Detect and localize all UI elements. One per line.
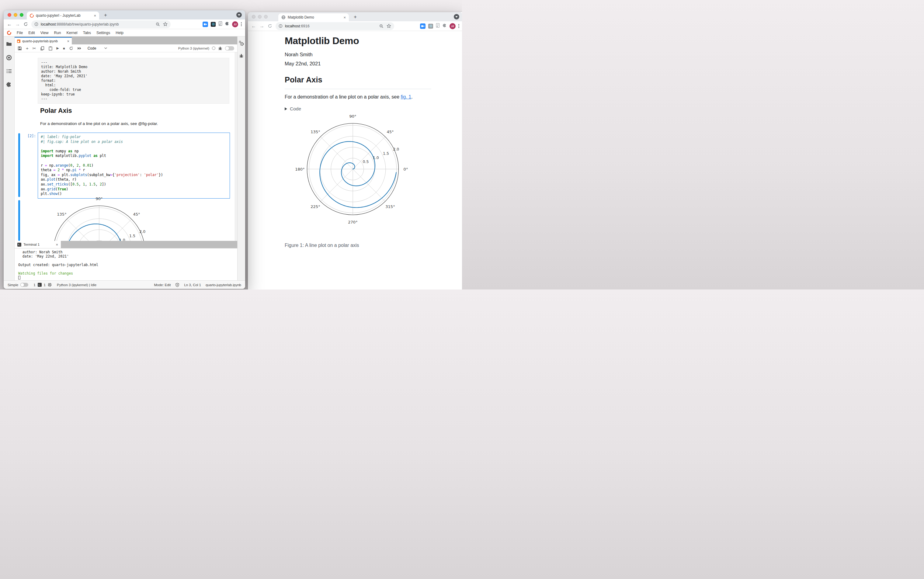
section-heading: Polar Axis [285, 75, 431, 89]
minimize-window-button[interactable] [258, 15, 262, 18]
zoom-extension-icon[interactable] [203, 21, 208, 27]
zoom-out-icon[interactable] [156, 22, 160, 26]
yaml-line: author: Norah Smith [41, 69, 226, 74]
menu-run[interactable]: Run [51, 31, 64, 35]
notebook-tab[interactable]: quarto-jupyterlab.ipynb × [15, 37, 72, 44]
url-text[interactable]: localhost:6916 [285, 24, 377, 28]
address-bar[interactable]: localhost:6916 [276, 22, 394, 30]
output-collapser[interactable] [18, 200, 20, 241]
simple-mode-toggle[interactable] [20, 283, 28, 287]
document-extension-icon[interactable] [218, 21, 222, 27]
browser-menu-icon[interactable] [241, 22, 242, 26]
window-controls[interactable] [252, 15, 268, 18]
kernel-status-text[interactable]: Python 3 (ipykernel) | Idle [57, 283, 96, 287]
trust-shield-icon[interactable] [175, 283, 180, 287]
close-window-button[interactable] [252, 15, 255, 18]
reload-button[interactable] [268, 24, 272, 28]
zoom-window-button[interactable] [264, 15, 268, 18]
zoom-out-icon[interactable] [379, 24, 384, 28]
browser-tab[interactable]: Matplotlib Demo × [278, 13, 349, 21]
bookmark-star-icon[interactable] [387, 24, 391, 28]
back-button[interactable]: ← [251, 24, 256, 29]
menu-tabs[interactable]: Tabs [80, 31, 94, 35]
terminal-output[interactable]: author: Norah Smith date: 'May 22nd, 202… [15, 249, 237, 281]
window-controls[interactable] [8, 13, 23, 17]
extensions-puzzle-icon[interactable] [225, 21, 229, 27]
kernel-name[interactable]: Python 3 (ipykernel) [178, 47, 209, 50]
table-of-contents-icon[interactable] [7, 69, 12, 74]
cell-collapser[interactable] [18, 133, 20, 197]
document-extension-icon[interactable] [436, 23, 440, 29]
cut-cell-button[interactable]: ✂ [33, 46, 36, 51]
code-cell[interactable]: #| label: fig-polar#| fig.cap: A line pl… [38, 132, 230, 199]
property-inspector-gears-icon[interactable] [239, 41, 244, 46]
menu-edit[interactable]: Edit [26, 31, 38, 35]
figure-link[interactable]: fig. 1 [401, 94, 412, 100]
info-icon[interactable] [34, 22, 38, 26]
chevron-down-icon [455, 16, 458, 18]
react-devtools-icon[interactable] [211, 22, 216, 27]
url-text[interactable]: localhost:8888/lab/tree/quarto-jupyterla… [41, 22, 153, 26]
browser-menu-icon[interactable] [458, 24, 459, 28]
zoom-extension-icon[interactable] [420, 23, 425, 29]
cell-output: 0°45°90°135°180°225°270°315°0.51.01.52.0 [32, 195, 166, 241]
info-icon[interactable] [279, 24, 283, 28]
extension-manager-icon[interactable] [6, 82, 12, 88]
close-tab-icon[interactable]: × [343, 15, 346, 20]
restart-run-all-button[interactable] [77, 47, 82, 50]
cell-type-select[interactable]: Code [88, 46, 108, 51]
run-cell-button[interactable]: ▶ [57, 46, 59, 50]
copy-cell-button[interactable] [40, 46, 44, 51]
minimize-window-button[interactable] [14, 13, 17, 17]
profile-avatar[interactable]: JJ [232, 21, 238, 27]
address-bar[interactable]: localhost:8888/lab/tree/quarto-jupyterla… [31, 20, 171, 28]
tab-overview-button[interactable] [236, 12, 242, 18]
autoscroll-toggle[interactable] [225, 46, 234, 51]
menu-settings[interactable]: Settings [94, 31, 113, 35]
menu-kernel[interactable]: Kernel [64, 31, 80, 35]
cursor-position[interactable]: Ln 3, Col 1 [184, 283, 201, 287]
close-tab-icon[interactable]: × [94, 14, 96, 18]
restart-kernel-button[interactable] [69, 46, 73, 51]
forward-button[interactable]: → [260, 24, 264, 29]
zoom-window-button[interactable] [20, 13, 23, 17]
close-window-button[interactable] [8, 13, 11, 17]
close-tab-icon[interactable]: × [56, 243, 58, 247]
terminal-tab[interactable]: $_ Terminal 1 × [15, 241, 61, 248]
menu-help[interactable]: Help [113, 31, 126, 35]
forward-button[interactable]: → [15, 22, 20, 27]
svg-text:1.5: 1.5 [383, 151, 389, 156]
profile-avatar[interactable]: JJ [450, 23, 456, 29]
insert-cell-button[interactable]: + [26, 46, 29, 51]
menu-items: FileEditViewRunKernelTabsSettingsHelp [14, 31, 126, 35]
notebook-content: ---title: Matplotlib Demoauthor: Norah S… [15, 52, 237, 241]
reload-button[interactable] [23, 22, 28, 26]
notebook-mode[interactable]: Mode: Edit [154, 283, 171, 287]
stop-kernel-button[interactable]: ■ [63, 47, 65, 50]
browser-window-preview: Matplotlib Demo × + ← → localhost:6916 [248, 12, 462, 290]
paste-cell-button[interactable] [48, 46, 52, 51]
file-browser-icon[interactable] [6, 41, 12, 47]
svg-text:0.5: 0.5 [363, 159, 369, 164]
save-button[interactable] [18, 46, 22, 51]
react-devtools-icon[interactable] [428, 24, 433, 29]
debugger-bug-icon[interactable] [218, 46, 222, 51]
back-button[interactable]: ← [7, 22, 12, 27]
extensions-puzzle-icon[interactable] [443, 23, 447, 29]
menu-file[interactable]: File [14, 31, 26, 35]
bookmark-star-icon[interactable] [163, 22, 168, 26]
markdown-heading: Polar Axis [40, 107, 72, 114]
yaml-raw-cell[interactable]: ---title: Matplotlib Demoauthor: Norah S… [38, 58, 229, 104]
browser-tab[interactable]: quarto-jupyterl - JupyterLab × [27, 11, 99, 20]
terminal-line: author: Norah Smith [18, 250, 234, 254]
new-tab-button[interactable]: + [104, 12, 107, 18]
notebook-scrollbar[interactable] [235, 52, 237, 241]
running-sessions-icon[interactable] [6, 55, 12, 61]
tab-overview-button[interactable] [454, 14, 459, 20]
close-tab-icon[interactable]: × [67, 39, 69, 43]
menu-view[interactable]: View [38, 31, 51, 35]
kernel-status-icon[interactable] [212, 47, 215, 50]
debugger-bug-icon[interactable] [239, 54, 244, 58]
code-fold-toggle[interactable]: Code [285, 106, 431, 111]
new-tab-button[interactable]: + [354, 14, 357, 20]
